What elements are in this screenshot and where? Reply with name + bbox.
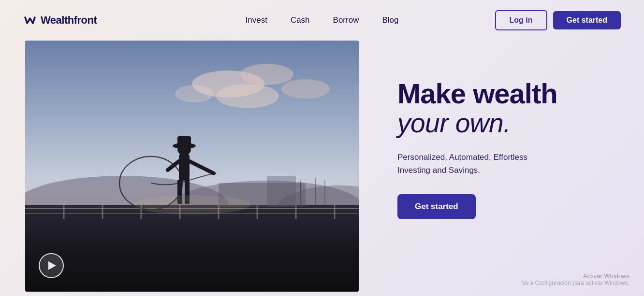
login-button[interactable]: Log in [495, 10, 547, 30]
svg-point-4 [175, 85, 214, 102]
wealthfront-logo-icon [23, 14, 37, 27]
play-button[interactable] [39, 253, 64, 278]
svg-rect-21 [267, 176, 296, 207]
hero-section: Make wealth your own. Personalized, Auto… [0, 41, 644, 296]
svg-rect-25 [179, 154, 190, 181]
svg-rect-9 [25, 205, 359, 292]
nav-item-invest[interactable]: Invest [246, 15, 267, 25]
hero-subheadline: Personalized, Automated, Effortless Inve… [397, 151, 562, 177]
site-header: Wealthfront Invest Cash Borrow Blog Log … [0, 0, 644, 41]
watermark-subtitle: Ve a Configuración para activar Windows. [522, 280, 629, 286]
hero-headline-bold: Make wealth [397, 79, 615, 109]
windows-watermark: Activar Windows Ve a Configuración para … [522, 272, 629, 286]
header-actions: Log in Get started [495, 10, 621, 30]
media-background [25, 41, 359, 292]
nav-item-borrow[interactable]: Borrow [333, 15, 359, 25]
play-icon [48, 261, 56, 270]
hero-headline-italic: your own. [397, 109, 615, 138]
hero-content: Make wealth your own. Personalized, Auto… [359, 41, 644, 219]
get-started-header-button[interactable]: Get started [553, 11, 621, 29]
logo-text: Wealthfront [41, 14, 97, 27]
svg-point-5 [216, 84, 279, 108]
svg-point-34 [134, 195, 250, 214]
hero-media [25, 41, 359, 292]
watermark-title: Activar Windows [522, 272, 629, 280]
main-nav: Invest Cash Borrow Blog [246, 15, 399, 25]
logo[interactable]: Wealthfront [23, 14, 97, 27]
get-started-main-button[interactable]: Get started [397, 194, 476, 219]
scene-svg [25, 41, 359, 292]
nav-item-cash[interactable]: Cash [291, 15, 310, 25]
svg-point-2 [240, 64, 293, 85]
nav-item-blog[interactable]: Blog [382, 15, 398, 25]
svg-point-3 [281, 79, 330, 99]
svg-rect-28 [177, 136, 191, 147]
